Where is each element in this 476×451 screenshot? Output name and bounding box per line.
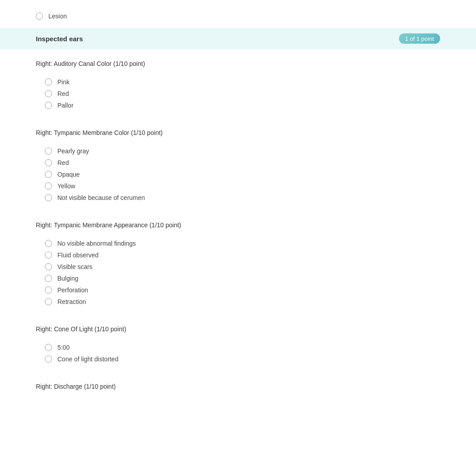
radio-icon-0-0[interactable]	[45, 78, 52, 86]
option-text-2-4: Perforation	[57, 286, 88, 294]
option-text-3-1: Cone of light distorted	[57, 356, 118, 363]
options-list-0: PinkRedPallor	[0, 74, 476, 113]
lesion-label: Lesion	[48, 13, 67, 20]
option-text-1-2: Opaque	[57, 171, 80, 178]
question-label-1: Right: Tympanic Membrane Color (1/10 poi…	[0, 126, 476, 140]
question-label-0: Right: Auditory Canal Color (1/10 point)	[0, 56, 476, 71]
score-badge: 1 of 1 point	[399, 34, 440, 44]
radio-icon-2-5[interactable]	[45, 298, 52, 305]
option-item-1-3: Yellow	[45, 180, 440, 192]
option-item-3-0: 5:00	[45, 342, 440, 353]
question-label-4: Right: Discharge (1/10 point)	[0, 379, 476, 394]
option-item-1-1: Red	[45, 157, 440, 169]
page-container: Lesion Inspected ears 1 of 1 point Right…	[0, 0, 476, 412]
option-item-2-5: Retraction	[45, 296, 440, 308]
option-text-2-1: Fluid observed	[57, 252, 99, 259]
radio-icon-2-0[interactable]	[45, 240, 52, 247]
radio-icon-1-2[interactable]	[45, 171, 52, 178]
option-text-3-0: 5:00	[57, 344, 69, 351]
option-text-2-0: No visible abnormal findings	[57, 240, 136, 247]
lesion-radio-icon[interactable]	[36, 13, 43, 20]
option-item-0-1: Red	[45, 88, 440, 100]
option-text-1-1: Red	[57, 159, 69, 166]
option-item-2-0: No visible abnormal findings	[45, 238, 440, 249]
spacer-1	[0, 209, 476, 214]
radio-icon-0-2[interactable]	[45, 102, 52, 109]
option-text-0-1: Red	[57, 90, 69, 97]
option-item-2-1: Fluid observed	[45, 249, 440, 261]
option-text-1-4: Not visible because of cerumen	[57, 194, 145, 201]
spacer-2	[0, 313, 476, 318]
options-list-1: Pearly grayRedOpaqueYellowNot visible be…	[0, 143, 476, 205]
radio-icon-2-2[interactable]	[45, 263, 52, 270]
option-text-2-2: Visible scars	[57, 263, 92, 270]
option-text-0-2: Pallor	[57, 102, 74, 109]
option-text-2-3: Bulging	[57, 275, 78, 282]
option-text-1-3: Yellow	[57, 182, 75, 190]
spacer-3	[0, 370, 476, 376]
questions-container: Right: Auditory Canal Color (1/10 point)…	[0, 56, 476, 403]
option-text-1-0: Pearly gray	[57, 147, 89, 155]
option-item-2-3: Bulging	[45, 273, 440, 284]
lesion-row: Lesion	[0, 9, 476, 23]
option-item-2-4: Perforation	[45, 284, 440, 296]
spacer-0	[0, 117, 476, 122]
question-label-3: Right: Cone Of Light (1/10 point)	[0, 322, 476, 336]
radio-icon-2-4[interactable]	[45, 286, 52, 294]
radio-icon-3-1[interactable]	[45, 356, 52, 363]
options-list-2: No visible abnormal findingsFluid observ…	[0, 236, 476, 309]
question-label-2: Right: Tympanic Membrane Appearance (1/1…	[0, 218, 476, 232]
option-text-0-0: Pink	[57, 78, 69, 86]
option-item-3-1: Cone of light distorted	[45, 353, 440, 365]
option-item-2-2: Visible scars	[45, 261, 440, 273]
section-title: Inspected ears	[36, 35, 83, 43]
option-item-0-2: Pallor	[45, 100, 440, 111]
option-item-1-4: Not visible because of cerumen	[45, 192, 440, 204]
radio-icon-2-3[interactable]	[45, 275, 52, 282]
option-item-1-2: Opaque	[45, 169, 440, 180]
option-item-1-0: Pearly gray	[45, 145, 440, 157]
radio-icon-1-1[interactable]	[45, 159, 52, 166]
radio-icon-3-0[interactable]	[45, 344, 52, 351]
radio-icon-1-0[interactable]	[45, 147, 52, 155]
options-list-3: 5:00Cone of light distorted	[0, 340, 476, 367]
spacer-4	[0, 397, 476, 403]
option-text-2-5: Retraction	[57, 298, 86, 305]
radio-icon-0-1[interactable]	[45, 90, 52, 97]
option-item-0-0: Pink	[45, 76, 440, 88]
section-header: Inspected ears 1 of 1 point	[0, 28, 476, 49]
radio-icon-1-3[interactable]	[45, 182, 52, 190]
radio-icon-2-1[interactable]	[45, 252, 52, 259]
radio-icon-1-4[interactable]	[45, 194, 52, 201]
